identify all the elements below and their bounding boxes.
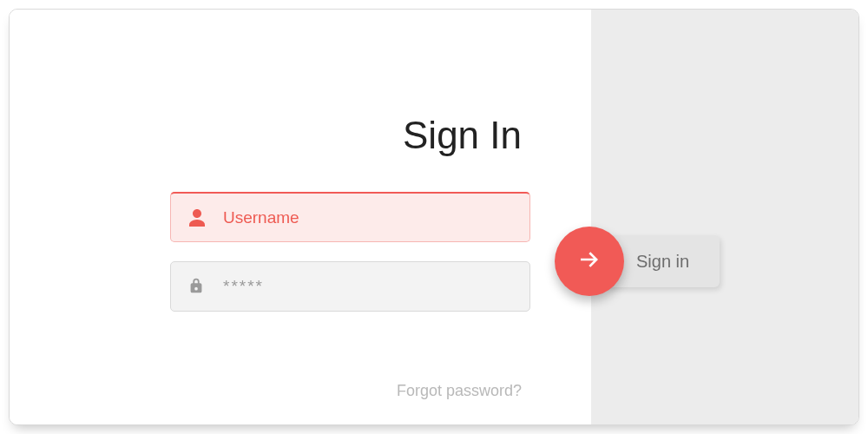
signin-label: Sign in bbox=[636, 252, 689, 272]
signin-card: Sign In Forgot password? bbox=[9, 9, 859, 425]
password-field-wrap bbox=[170, 261, 530, 312]
user-icon bbox=[187, 207, 207, 228]
lock-icon bbox=[187, 276, 207, 297]
fields-container bbox=[170, 192, 530, 331]
form-panel: Sign In Forgot password? bbox=[10, 10, 591, 424]
password-input[interactable] bbox=[223, 277, 514, 296]
signin-button[interactable] bbox=[555, 227, 624, 296]
username-field-wrap bbox=[170, 192, 530, 242]
page-title: Sign In bbox=[403, 114, 522, 157]
username-input[interactable] bbox=[223, 208, 514, 227]
signin-control: Sign in bbox=[555, 227, 720, 296]
side-panel: Sign in bbox=[591, 10, 858, 424]
forgot-password-link[interactable]: Forgot password? bbox=[397, 382, 522, 400]
arrow-right-icon bbox=[576, 247, 602, 276]
